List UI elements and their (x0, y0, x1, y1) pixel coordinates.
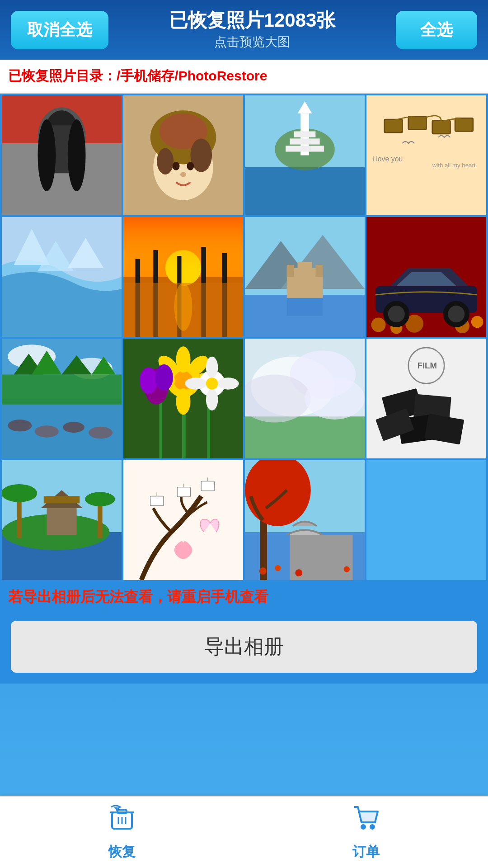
photo-item-8[interactable] (366, 217, 486, 337)
app-header: 取消全选 已恢复照片12083张 点击预览大图 全选 (0, 0, 488, 60)
restore-label: 恢复 (108, 843, 136, 861)
svg-point-100 (217, 378, 239, 390)
svg-point-98 (206, 389, 218, 411)
svg-point-14 (187, 162, 194, 170)
svg-rect-129 (177, 487, 190, 497)
svg-rect-25 (385, 119, 403, 132)
photo-grid: i love you with all my heart (0, 94, 488, 582)
photo-item-1[interactable] (2, 95, 122, 215)
photo-item-15[interactable] (245, 460, 365, 580)
photo-item-2[interactable] (123, 95, 243, 215)
svg-point-151 (370, 824, 375, 830)
svg-rect-27 (432, 121, 450, 134)
header-center: 已恢复照片12083张 点击预览大图 (108, 9, 396, 51)
svg-text:i love you: i love you (372, 155, 403, 163)
svg-rect-119 (17, 496, 22, 538)
directory-bar: 已恢复照片目录：/手机储存/PhotoRestore (0, 60, 488, 94)
svg-point-13 (173, 162, 180, 170)
photo-item-9[interactable] (2, 339, 122, 458)
cart-icon (352, 803, 380, 839)
svg-point-150 (361, 824, 366, 830)
photo-item-5[interactable] (2, 217, 122, 337)
svg-point-138 (259, 568, 267, 575)
svg-point-122 (85, 492, 115, 507)
preview-hint: 点击预览大图 (108, 33, 396, 51)
photo-item-14[interactable] (123, 460, 243, 580)
photo-item-12[interactable]: FILM (366, 339, 486, 458)
svg-rect-103 (245, 417, 365, 459)
svg-point-12 (157, 148, 174, 175)
svg-rect-17 (245, 167, 365, 215)
svg-point-99 (185, 378, 206, 390)
nav-restore[interactable]: 恢复 (0, 803, 244, 861)
restore-icon (108, 803, 136, 839)
photo-item-3[interactable] (245, 95, 365, 215)
svg-point-101 (206, 378, 218, 390)
svg-rect-142 (366, 460, 486, 580)
svg-point-139 (275, 565, 281, 571)
svg-point-5 (38, 119, 56, 191)
svg-point-94 (140, 368, 158, 394)
svg-rect-21 (290, 139, 319, 145)
svg-rect-131 (201, 481, 214, 491)
export-button[interactable]: 导出相册 (11, 621, 477, 673)
svg-point-80 (89, 427, 113, 439)
svg-rect-54 (287, 298, 323, 316)
recovered-count: 已恢复照片12083张 (108, 9, 396, 32)
svg-point-120 (2, 484, 37, 502)
photo-item-13[interactable] (2, 460, 122, 580)
directory-path: 已恢复照片目录：/手机储存/PhotoRestore (8, 68, 267, 83)
svg-rect-125 (44, 496, 80, 504)
svg-rect-22 (286, 146, 324, 152)
svg-point-6 (68, 119, 86, 191)
warning-text: 若导出相册后无法查看，请重启手机查看 (8, 589, 268, 605)
svg-point-78 (35, 426, 59, 438)
svg-point-87 (176, 347, 191, 373)
svg-point-60 (471, 316, 483, 328)
svg-point-67 (448, 306, 465, 322)
photo-item-4[interactable]: i love you with all my heart (366, 95, 486, 215)
photo-item-6[interactable] (123, 217, 243, 337)
cancel-select-button[interactable]: 取消全选 (11, 11, 108, 49)
svg-rect-121 (98, 502, 103, 538)
export-section: 导出相册 (0, 613, 488, 684)
photo-item-16[interactable] (366, 460, 486, 580)
svg-rect-52 (315, 265, 323, 277)
svg-point-88 (176, 388, 191, 415)
svg-point-97 (206, 357, 218, 378)
svg-point-95 (155, 364, 173, 391)
svg-rect-127 (150, 496, 164, 506)
svg-rect-123 (47, 505, 76, 535)
svg-rect-51 (287, 265, 294, 277)
svg-point-141 (344, 566, 350, 572)
nav-order[interactable]: 订单 (244, 803, 488, 861)
select-all-button[interactable]: 全选 (396, 11, 477, 49)
svg-text:with all my heart: with all my heart (432, 162, 476, 169)
svg-rect-53 (298, 262, 312, 271)
svg-rect-20 (294, 132, 316, 137)
order-label: 订单 (352, 843, 380, 861)
photo-item-7[interactable] (245, 217, 365, 337)
photo-item-11[interactable] (245, 339, 365, 458)
svg-point-45 (174, 283, 192, 331)
svg-text:FILM: FILM (418, 361, 437, 371)
warning-bar: 若导出相册后无法查看，请重启手机查看 (0, 582, 488, 613)
bottom-nav: 恢复 订单 (0, 796, 488, 868)
svg-rect-72 (2, 375, 122, 405)
photo-item-10[interactable] (123, 339, 243, 458)
svg-point-77 (8, 420, 32, 432)
svg-point-107 (305, 378, 365, 420)
svg-point-15 (180, 172, 186, 177)
svg-point-56 (371, 318, 386, 332)
svg-point-79 (63, 422, 84, 433)
svg-point-140 (295, 570, 302, 577)
svg-point-65 (388, 306, 405, 322)
